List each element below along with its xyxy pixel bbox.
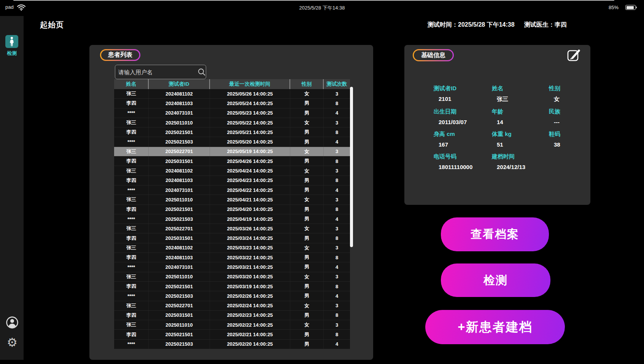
- table-row[interactable]: ****20250215032025/04/19 14:00:25男4: [114, 214, 350, 224]
- info-field: 出生日期2011/03/07: [434, 108, 492, 125]
- cell-gender: 男: [290, 109, 324, 118]
- cell-gender: 男: [290, 185, 324, 195]
- cell-name: 李四: [114, 253, 149, 262]
- cell-last-test-time: 2025/02/23 14:00:25: [210, 311, 290, 320]
- info-field: 姓名张三: [492, 85, 549, 103]
- cell-tester-id: 2025022701: [149, 147, 210, 156]
- table-row[interactable]: 张三20250110102025/02/22 14:00:25女3: [114, 320, 350, 330]
- table-scrollbar-thumb[interactable]: [350, 87, 353, 247]
- cell-gender: 女: [290, 89, 324, 98]
- cell-test-count: 3: [324, 147, 350, 156]
- cell-test-count: 3: [324, 224, 350, 233]
- cell-last-test-time: 2025/02/20 14:00:25: [210, 340, 290, 349]
- cell-name: ****: [114, 137, 149, 146]
- info-field-label: 电话号码: [434, 153, 492, 160]
- cell-last-test-time: 2025/04/22 14:00:25: [210, 185, 290, 195]
- search-input[interactable]: [115, 69, 197, 75]
- profile-button[interactable]: [6, 316, 19, 329]
- cell-name: 张三: [114, 243, 149, 252]
- table-row[interactable]: 张三20240811022025/03/23 14:00:25女3: [114, 243, 350, 253]
- cell-tester-id: 2024073101: [149, 109, 210, 118]
- table-row[interactable]: ****20250215032025/02/20 14:00:25男4: [114, 340, 350, 349]
- table-row[interactable]: 张三20240811022025/04/24 14:00:25女3: [114, 166, 350, 176]
- table-row[interactable]: 李四20250215012025/03/19 14:00:25男8: [114, 282, 350, 291]
- table-row[interactable]: 李四20250315012025/02/23 14:00:25男8: [114, 311, 350, 320]
- cell-name: ****: [114, 262, 149, 271]
- cell-gender: 女: [290, 243, 324, 252]
- settings-button[interactable]: ⚙: [6, 336, 19, 350]
- table-row[interactable]: 李四20250215012025/05/21 14:00:25男8: [114, 128, 350, 137]
- cell-test-count: 3: [324, 166, 350, 175]
- cell-name: ****: [114, 340, 149, 349]
- cell-last-test-time: 2025/05/20 14:00:25: [210, 137, 290, 146]
- table-row[interactable]: 张三20250110102025/05/22 14:00:25女3: [114, 118, 350, 128]
- info-field-label: 性别: [549, 85, 586, 92]
- cell-last-test-time: 2025/02/26 14:00:25: [210, 291, 290, 300]
- cell-name: 张三: [114, 320, 149, 329]
- cell-gender: 男: [290, 330, 324, 339]
- info-field-label: 身高 cm: [434, 131, 492, 138]
- table-row[interactable]: 张三20240811022025/05/26 14:00:25女3: [114, 89, 350, 99]
- table-row[interactable]: ****20240731012025/05/23 14:00:25男4: [114, 109, 350, 118]
- cell-last-test-time: 2025/04/20 14:00:25: [210, 205, 290, 214]
- cell-gender: 男: [290, 99, 324, 108]
- table-row[interactable]: 张三20250110102025/04/21 14:00:25女3: [114, 195, 350, 204]
- cell-name: 李四: [114, 128, 149, 137]
- table-row[interactable]: 李四20240811032025/03/22 14:00:25男8: [114, 253, 350, 262]
- cell-gender: 女: [290, 118, 324, 127]
- new-patient-button[interactable]: +新患者建档: [425, 310, 565, 344]
- cell-last-test-time: 2025/04/26 14:00:25: [210, 156, 290, 166]
- cell-gender: 男: [290, 311, 324, 320]
- cell-tester-id: 2025031501: [149, 311, 210, 320]
- table-row[interactable]: ****20240731012025/04/22 14:00:25男4: [114, 185, 350, 195]
- basic-info-grid: 测试者ID2101姓名张三性别女出生日期2011/03/07年龄14民族---身…: [434, 85, 586, 170]
- cell-last-test-time: 2025/03/23 14:00:25: [210, 243, 290, 252]
- cell-gender: 男: [290, 137, 324, 146]
- table-row[interactable]: ****20250215032025/02/26 14:00:25男4: [114, 291, 350, 301]
- cell-name: 张三: [114, 301, 149, 310]
- table-row[interactable]: 李四20240811032025/05/24 14:00:25男8: [114, 99, 350, 108]
- search-icon[interactable]: [197, 68, 206, 76]
- test-time-label: 测试时间：: [428, 21, 458, 28]
- table-row[interactable]: 张三20250227012025/02/24 14:00:25女3: [114, 301, 350, 311]
- cell-test-count: 3: [324, 89, 350, 98]
- cell-gender: 女: [290, 272, 324, 281]
- cell-test-count: 3: [324, 118, 350, 127]
- table-row[interactable]: ****20240731012025/03/21 14:00:25男4: [114, 262, 350, 272]
- cell-gender: 男: [290, 253, 324, 262]
- edit-patient-button[interactable]: [566, 47, 582, 62]
- table-row[interactable]: 李四20250215012025/02/21 14:00:25男8: [114, 330, 350, 339]
- table-row[interactable]: ****20250215032025/05/20 14:00:25男4: [114, 137, 350, 147]
- cell-gender: 男: [290, 156, 324, 166]
- battery-icon: [625, 5, 636, 10]
- info-field-value: 2101: [439, 96, 492, 102]
- column-header-last-test-time: 最近一次检测时间: [210, 79, 290, 89]
- table-row[interactable]: 李四20250315012025/04/26 14:00:25男8: [114, 156, 350, 166]
- cell-last-test-time: 2025/05/21 14:00:25: [210, 128, 290, 137]
- cell-test-count: 4: [324, 137, 350, 146]
- table-row[interactable]: 张三20250110102025/03/20 14:00:25女3: [114, 272, 350, 282]
- cell-tester-id: 2025021503: [149, 340, 210, 349]
- basic-info-title-pill: 基础信息: [413, 49, 454, 61]
- cell-last-test-time: 2025/05/24 14:00:25: [210, 99, 290, 108]
- sidebar-item-detect[interactable]: [5, 35, 18, 48]
- cell-name: 李四: [114, 233, 149, 243]
- cell-name: 张三: [114, 195, 149, 204]
- table-row[interactable]: 李四20250215012025/04/20 14:00:25男8: [114, 205, 350, 214]
- info-field-value: 14: [497, 119, 549, 125]
- cell-tester-id: 2025011010: [149, 320, 210, 329]
- table-row[interactable]: 李四20250315012025/03/24 14:00:25男8: [114, 233, 350, 243]
- cell-gender: 女: [290, 301, 324, 310]
- cell-name: 张三: [114, 89, 149, 98]
- cell-tester-id: 2025031501: [149, 233, 210, 243]
- cell-gender: 女: [290, 320, 324, 329]
- view-archive-button[interactable]: 查看档案: [441, 217, 549, 251]
- table-row[interactable]: 李四20240811032025/04/23 14:00:25男8: [114, 176, 350, 185]
- cell-gender: 女: [290, 224, 324, 233]
- info-field: 体重 kg51: [492, 131, 549, 148]
- cell-last-test-time: 2025/04/23 14:00:25: [210, 176, 290, 185]
- detect-button[interactable]: 检测: [441, 263, 550, 297]
- table-row[interactable]: 张三20250227012025/05/19 14:00:25女3: [114, 147, 350, 156]
- patient-table-body: 张三20240811022025/05/26 14:00:25女3李四20240…: [114, 89, 350, 349]
- table-row[interactable]: 张三20250227012025/03/26 14:00:25女3: [114, 224, 350, 233]
